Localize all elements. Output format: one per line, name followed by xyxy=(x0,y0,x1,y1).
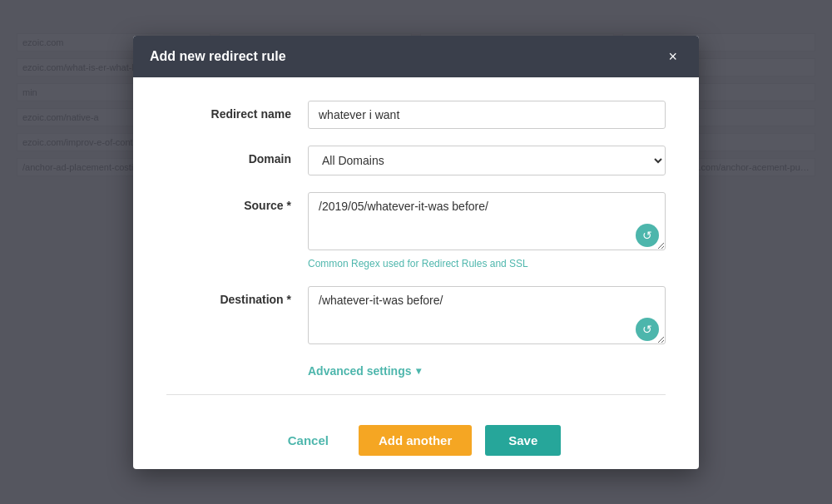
regex-link[interactable]: Common Regex used for Redirect Rules and… xyxy=(308,258,666,269)
destination-textarea-wrap: /whatever-it-was before/ ↺ xyxy=(308,286,666,348)
destination-refresh-icon[interactable]: ↺ xyxy=(636,318,659,341)
destination-control: /whatever-it-was before/ ↺ xyxy=(308,286,666,348)
domain-select[interactable]: All Domains example.com xyxy=(308,146,666,175)
modal-close-button[interactable]: × xyxy=(663,47,682,66)
destination-input[interactable]: /whatever-it-was before/ xyxy=(308,286,666,344)
domain-control: All Domains example.com xyxy=(308,146,666,175)
modal-body: Redirect name Domain All Domains example… xyxy=(133,77,699,412)
footer-divider xyxy=(166,394,666,395)
redirect-name-input[interactable] xyxy=(308,101,666,129)
domain-row: Domain All Domains example.com xyxy=(166,146,666,175)
source-label: Source * xyxy=(166,192,308,212)
source-refresh-icon[interactable]: ↺ xyxy=(636,224,659,247)
source-input[interactable]: /2019/05/whatever-it-was before/ xyxy=(308,192,666,250)
destination-row: Destination * /whatever-it-was before/ ↺ xyxy=(166,286,666,348)
modal-footer: Cancel Add another Save xyxy=(133,412,699,469)
domain-label: Domain xyxy=(166,146,308,166)
chevron-down-icon: ▾ xyxy=(416,365,421,377)
source-row: Source * /2019/05/whatever-it-was before… xyxy=(166,192,666,269)
redirect-name-label: Redirect name xyxy=(166,101,308,121)
save-button[interactable]: Save xyxy=(485,425,561,456)
redirect-name-control xyxy=(308,101,666,129)
source-control: /2019/05/whatever-it-was before/ ↺ Commo… xyxy=(308,192,666,269)
advanced-settings-label: Advanced settings xyxy=(308,364,411,378)
modal-header: Add new redirect rule × xyxy=(133,36,699,77)
source-textarea-wrap: /2019/05/whatever-it-was before/ ↺ xyxy=(308,192,666,254)
modal-overlay: Add new redirect rule × Redirect name Do… xyxy=(0,0,832,504)
redirect-name-row: Redirect name xyxy=(166,101,666,129)
add-another-button[interactable]: Add another xyxy=(359,425,472,456)
destination-label: Destination * xyxy=(166,286,308,306)
advanced-settings-toggle[interactable]: Advanced settings ▾ xyxy=(308,364,666,378)
modal-dialog: Add new redirect rule × Redirect name Do… xyxy=(133,36,699,469)
modal-title: Add new redirect rule xyxy=(150,49,286,64)
cancel-button[interactable]: Cancel xyxy=(271,425,345,456)
